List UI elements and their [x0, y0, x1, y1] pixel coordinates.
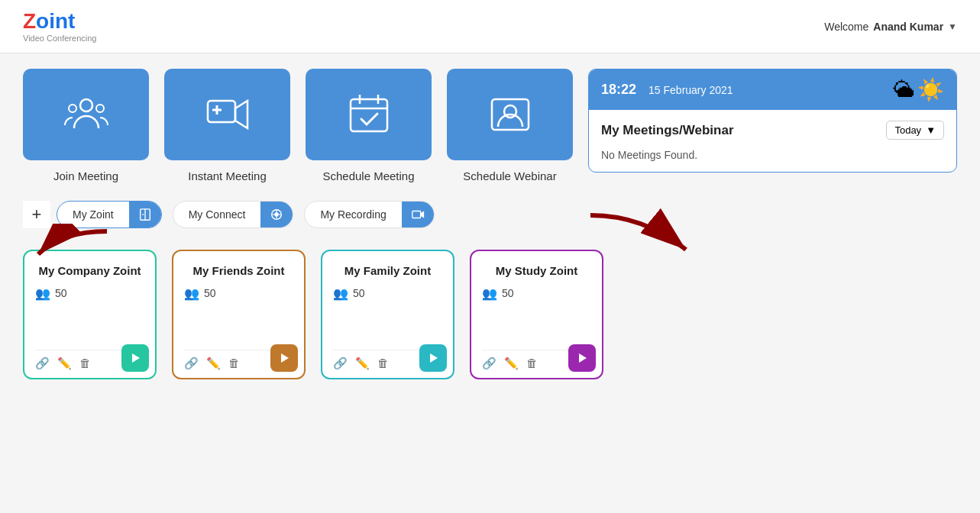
meetings-panel-body: My Meetings/Webinar Today ▼ No Meetings … [589, 110, 956, 172]
company-zoint-count: 👥 50 [35, 286, 144, 301]
tab-my-connect[interactable]: My Connect [173, 201, 294, 228]
family-footer-icons: 🔗 ✏️ 🗑 [333, 357, 389, 370]
people-icon-cyan: 👥 [333, 286, 348, 301]
instant-meeting-card[interactable]: Instant Meeting [164, 69, 290, 182]
schedule-webinar-label: Schedule Webinar [463, 169, 556, 182]
play-btn-family[interactable] [419, 344, 447, 372]
tab-my-connect-icon [260, 202, 293, 227]
edit-icon-study[interactable]: ✏️ [504, 357, 519, 370]
meetings-title: My Meetings/Webinar [601, 123, 734, 138]
tabs-row: + My Zoint My Connect [23, 201, 957, 228]
my-family-zoint-card: My Family Zoint 👥 50 🔗 ✏️ 🗑 [321, 250, 454, 379]
play-icon-company [130, 353, 141, 363]
schedule-webinar-card[interactable]: Schedule Webinar [447, 69, 573, 182]
svg-rect-20 [412, 211, 421, 218]
svg-point-2 [96, 105, 104, 112]
people-icon-purple: 👥 [482, 286, 497, 301]
company-count-value: 50 [55, 287, 67, 299]
join-meeting-label: Join Meeting [53, 169, 118, 182]
svg-rect-6 [351, 99, 387, 131]
top-section: Join Meeting Instant Meeting [23, 69, 957, 182]
edit-icon-company[interactable]: ✏️ [57, 357, 72, 370]
edit-icon-friends[interactable]: ✏️ [206, 357, 221, 370]
svg-marker-24 [430, 353, 438, 363]
tab-my-zoint[interactable]: My Zoint [57, 201, 162, 228]
study-footer-icons: 🔗 ✏️ 🗑 [482, 357, 538, 370]
play-btn-friends[interactable] [270, 344, 298, 372]
link-icon-company[interactable]: 🔗 [35, 357, 50, 370]
play-icon-friends [279, 353, 289, 363]
delete-icon-study[interactable]: 🗑 [526, 357, 538, 370]
study-count-value: 50 [502, 287, 514, 299]
play-btn-company[interactable] [121, 344, 149, 372]
study-zoint-title: My Study Zoint [482, 263, 591, 279]
edit-icon-family[interactable]: ✏️ [355, 357, 370, 370]
family-zoint-count: 👥 50 [333, 286, 442, 301]
main-content: Join Meeting Instant Meeting [0, 53, 980, 395]
zoint-cards-section: My Company Zoint 👥 50 🔗 ✏️ 🗑 [23, 250, 957, 379]
logo-area: Zoint Video Conferencing [23, 11, 96, 43]
my-study-zoint-card: My Study Zoint 👥 50 🔗 ✏️ 🗑 [470, 250, 603, 379]
delete-icon-friends[interactable]: 🗑 [228, 357, 240, 370]
people-icon-brown: 👥 [184, 286, 199, 301]
meetings-panel-header: 18:22 15 February 2021 🌥 ☀️ [589, 69, 956, 110]
no-meetings-text: No Meetings Found. [601, 149, 944, 161]
tab-my-recording-label: My Recording [305, 202, 401, 227]
logo-z: Z [23, 9, 36, 33]
video-add-icon [205, 92, 251, 137]
link-icon-study[interactable]: 🔗 [482, 357, 496, 370]
delete-icon-family[interactable]: 🗑 [377, 357, 389, 370]
tabs-section: + My Zoint My Connect [23, 201, 957, 228]
logo-oint: oint [36, 9, 75, 33]
add-button[interactable]: + [23, 201, 50, 228]
user-dropdown-arrow[interactable]: ▼ [948, 21, 957, 32]
tab-my-zoint-label: My Zoint [57, 202, 129, 227]
company-footer-icons: 🔗 ✏️ 🗑 [35, 357, 91, 370]
header: Zoint Video Conferencing Welcome Anand K… [0, 0, 980, 53]
today-label: Today [894, 124, 921, 136]
logo: Zoint [23, 11, 96, 32]
people-icon-teal: 👥 [35, 286, 50, 301]
svg-point-1 [69, 105, 76, 112]
svg-marker-23 [281, 353, 289, 363]
study-zoint-count: 👥 50 [482, 286, 591, 301]
tab-my-recording[interactable]: My Recording [304, 201, 434, 228]
my-friends-zoint-card: My Friends Zoint 👥 50 🔗 ✏️ 🗑 [172, 250, 306, 379]
users-icon [63, 92, 109, 137]
schedule-meeting-icon-box [306, 69, 432, 160]
play-icon-study [577, 353, 587, 363]
schedule-meeting-card[interactable]: Schedule Meeting [306, 69, 432, 182]
join-meeting-icon-box [23, 69, 149, 160]
play-icon-family [428, 353, 438, 363]
tab-my-connect-label: My Connect [173, 202, 261, 227]
svg-rect-3 [208, 101, 235, 122]
svg-marker-25 [579, 353, 587, 363]
sun-icon: ☀️ [917, 77, 944, 102]
welcome-username: Anand Kumar [873, 21, 943, 33]
meetings-date: 15 February 2021 [648, 84, 881, 96]
family-zoint-title: My Family Zoint [333, 263, 442, 279]
play-btn-study[interactable] [568, 344, 596, 372]
link-icon-friends[interactable]: 🔗 [184, 357, 199, 370]
friends-footer-icons: 🔗 ✏️ 🗑 [184, 357, 240, 370]
today-dropdown[interactable]: Today ▼ [886, 121, 944, 140]
tab-my-recording-icon [402, 202, 434, 227]
zoint-cards-row: My Company Zoint 👥 50 🔗 ✏️ 🗑 [23, 250, 957, 379]
company-zoint-title: My Company Zoint [35, 263, 144, 279]
svg-point-0 [80, 99, 92, 111]
friends-count-value: 50 [204, 287, 216, 299]
welcome-area: Welcome Anand Kumar ▼ [824, 21, 957, 33]
meetings-time: 18:22 [601, 82, 636, 98]
delete-icon-company[interactable]: 🗑 [79, 357, 91, 370]
svg-marker-22 [132, 353, 140, 363]
link-icon-family[interactable]: 🔗 [333, 357, 348, 370]
join-meeting-card[interactable]: Join Meeting [23, 69, 149, 182]
recording-icon [411, 208, 425, 221]
friends-zoint-count: 👥 50 [184, 286, 293, 301]
calendar-check-icon [346, 92, 392, 137]
door-icon [138, 208, 152, 221]
instant-meeting-label: Instant Meeting [188, 169, 267, 182]
meetings-title-row: My Meetings/Webinar Today ▼ [601, 121, 944, 140]
schedule-meeting-label: Schedule Meeting [322, 169, 414, 182]
connect-icon [270, 208, 283, 221]
